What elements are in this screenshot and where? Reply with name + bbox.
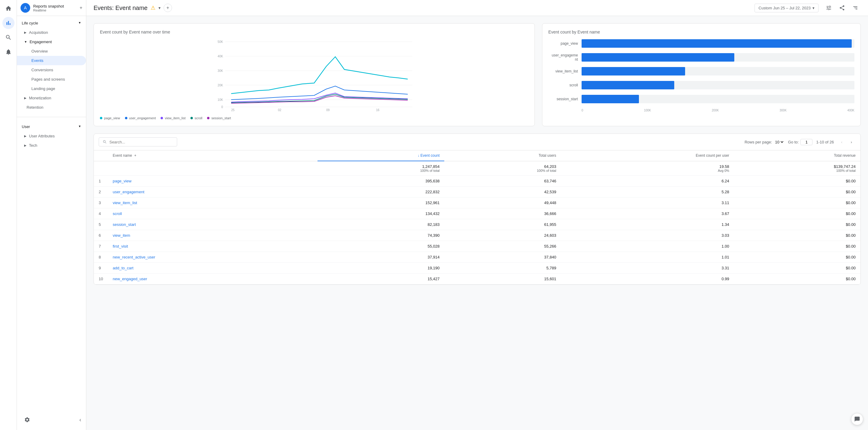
acquisition-label: Acquisition (29, 30, 48, 35)
event-name-link[interactable]: page_view (113, 179, 131, 183)
page-title: Events: Event name (94, 4, 148, 11)
event-name-link[interactable]: add_to_cart (113, 266, 133, 270)
date-range-label: Custom Jun 25 – Jul 22, 2023 (758, 6, 811, 10)
col-event-count[interactable]: ↓ Event count (317, 150, 444, 161)
search-input[interactable] (109, 140, 173, 144)
goto-page: Go to: (788, 139, 812, 145)
goto-label: Go to: (788, 140, 799, 144)
lifecycle-section-header[interactable]: Life cycle ▲ (17, 19, 86, 28)
app-title: Reports snapshot (33, 4, 64, 8)
table-summary-row: 1,247,854 100% of total 64,203 100% of t… (94, 161, 861, 176)
sidebar-item-pages[interactable]: Pages and screens (17, 75, 86, 84)
col-num (94, 150, 108, 161)
bar-row-user-engagement: user_engagement (548, 53, 855, 62)
event-name-link[interactable]: new_engaged_user (113, 277, 147, 281)
user-chevron: ▲ (78, 125, 81, 128)
user-attributes-label: User Attributes (29, 134, 55, 138)
retention-label: Retention (27, 105, 43, 110)
search-icon[interactable] (2, 31, 14, 44)
date-range-chevron: ▾ (812, 6, 814, 10)
sidebar-item-events[interactable]: Events (17, 56, 86, 65)
sidebar-item-user-attributes[interactable]: ▶ User Attributes (17, 131, 86, 141)
bar-row-session-start: session_start (548, 95, 855, 103)
charts-row: Event count by Event name over time 50K … (94, 23, 861, 126)
content-area: Event count by Event name over time 50K … (86, 16, 868, 430)
sidebar-item-monetization[interactable]: ▶ Monetization (17, 93, 86, 103)
date-range-picker[interactable]: Custom Jun 25 – Jul 22, 2023 ▾ (754, 4, 818, 12)
table-row: 8 new_recent_active_user 37,914 37,840 1… (94, 252, 861, 263)
event-name-link[interactable]: view_item_list (113, 201, 137, 205)
prev-page-btn[interactable]: ‹ (838, 138, 846, 146)
sidebar-item-acquisition[interactable]: ▶ Acquisition (17, 28, 86, 37)
sidebar-item-tech[interactable]: ▶ Tech (17, 141, 86, 150)
line-chart-legend: page_view user_engagement view_item_list… (100, 116, 528, 120)
icon-bar (0, 0, 17, 430)
add-comparison-btn[interactable]: + (163, 4, 172, 12)
legend-user-engagement: user_engagement (125, 116, 156, 120)
table-pagination: Rows per page: 10 25 50 Go to: 1-10 of 2… (745, 138, 856, 146)
engagement-label: Engagement (30, 39, 52, 44)
tech-label: Tech (29, 143, 37, 148)
col-event-name[interactable]: Event name + (108, 150, 317, 161)
event-name-link[interactable]: session_start (113, 222, 136, 227)
table-row: 5 session_start 82,183 61,955 1.34 $0.00 (94, 219, 861, 230)
bar-chart-card: Event count by Event name page_view user… (542, 23, 861, 126)
goto-input[interactable] (800, 139, 812, 145)
col-total-users[interactable]: Total users (444, 150, 561, 161)
warning-icon: ⚠ (151, 4, 155, 11)
sidebar-item-retention[interactable]: Retention (17, 103, 86, 112)
search-icon (103, 140, 107, 144)
svg-text:30K: 30K (218, 69, 223, 73)
summary-total-users: 64,203 (544, 164, 556, 169)
summary-total-revenue: $139,747.24 (834, 164, 856, 169)
sidebar: A Reports snapshot Realtime + Life cycle… (17, 0, 86, 430)
user-section-header[interactable]: User ▲ (17, 122, 86, 131)
table-toolbar: Rows per page: 10 25 50 Go to: 1-10 of 2… (94, 134, 861, 150)
monetization-label: Monetization (29, 96, 51, 100)
customize-report-btn[interactable] (823, 2, 834, 13)
svg-text:09: 09 (326, 108, 330, 112)
search-box[interactable] (99, 137, 177, 146)
bar-row-scroll: scroll (548, 81, 855, 89)
add-property-btn[interactable]: + (80, 5, 83, 10)
settings-button[interactable] (22, 414, 33, 425)
event-name-link[interactable]: scroll (113, 211, 122, 216)
col-per-user[interactable]: Event count per user (561, 150, 734, 161)
event-name-link[interactable]: new_recent_active_user (113, 255, 155, 259)
home-icon[interactable] (2, 2, 14, 15)
summary-per-user-sub: Avg 0% (566, 169, 729, 172)
notifications-icon[interactable] (2, 46, 14, 58)
legend-view-item-list: view_item_list (161, 116, 185, 120)
table-row: 10 new_engaged_user 15,427 15,601 0.99 $… (94, 274, 861, 284)
more-options-btn[interactable] (850, 2, 861, 13)
bar-chart-title: Event count by Event name (548, 30, 855, 34)
app-subtitle: Realtime (33, 8, 64, 12)
rows-per-page-select[interactable]: 10 25 50 (774, 140, 784, 145)
next-page-btn[interactable]: › (847, 138, 856, 146)
page-range: 1-10 of 26 (816, 140, 834, 144)
sidebar-item-overview[interactable]: Overview (17, 47, 86, 56)
lifecycle-chevron: ▲ (78, 22, 81, 25)
line-chart-container: 50K 40K 30K 20K 10K 0 25 (100, 39, 528, 113)
svg-text:16: 16 (376, 108, 380, 112)
sidebar-item-engagement[interactable]: ▼ Engagement (17, 37, 86, 47)
share-btn[interactable] (837, 2, 847, 13)
summary-per-user: 19.58 (719, 164, 730, 169)
event-name-link[interactable]: first_visit (113, 244, 128, 249)
svg-text:10K: 10K (218, 98, 223, 102)
collapse-sidebar-btn[interactable]: ‹ (80, 417, 81, 423)
summary-total-revenue-sub: 100% of total (739, 169, 856, 172)
analytics-icon[interactable] (2, 17, 14, 29)
table-row: 6 view_item 74,390 24,603 3.03 $0.00 (94, 230, 861, 241)
bar-row-page-view: page_view (548, 39, 855, 48)
event-name-link[interactable]: user_engagement (113, 190, 144, 194)
sidebar-item-conversions[interactable]: Conversions (17, 65, 86, 75)
title-dropdown-btn[interactable]: ▾ (158, 5, 161, 10)
event-name-link[interactable]: view_item (113, 233, 130, 238)
main-content: Events: Event name ⚠ ▾ + Custom Jun 25 –… (86, 0, 868, 430)
col-total-revenue[interactable]: Total revenue (734, 150, 861, 161)
table-row: 9 add_to_cart 19,190 5,789 3.31 $0.00 (94, 263, 861, 274)
sidebar-item-landing[interactable]: Landing page (17, 84, 86, 93)
chat-button[interactable] (851, 413, 863, 425)
add-column-btn[interactable]: + (134, 153, 136, 157)
